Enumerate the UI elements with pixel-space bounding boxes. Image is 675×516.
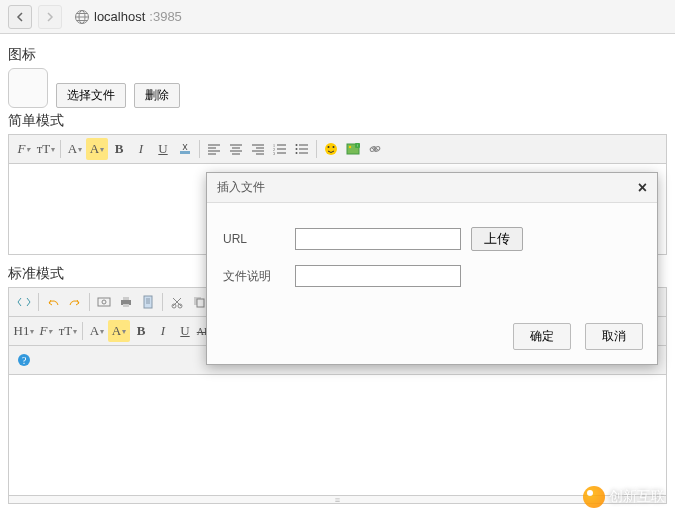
arrow-right-icon [45, 12, 55, 22]
cancel-button[interactable]: 取消 [585, 323, 643, 350]
desc-label: 文件说明 [223, 268, 295, 285]
italic-button[interactable]: I [152, 320, 174, 342]
forward-button[interactable] [38, 5, 62, 29]
underline-button[interactable]: U [174, 320, 196, 342]
watermark: 创新互联 [583, 486, 665, 508]
url-port: :3985 [149, 9, 182, 24]
align-left-button[interactable] [203, 138, 225, 160]
svg-point-6 [296, 144, 298, 146]
resize-handle[interactable]: ≡ [8, 496, 667, 504]
text-color-button[interactable]: A [64, 138, 86, 160]
print-button[interactable] [115, 291, 137, 313]
standard-editor-body[interactable] [9, 375, 666, 495]
separator [316, 140, 317, 158]
align-center-button[interactable] [225, 138, 247, 160]
svg-point-7 [296, 148, 298, 150]
font-size-button[interactable]: тT [57, 320, 79, 342]
close-icon[interactable]: × [638, 179, 647, 197]
desc-input[interactable] [295, 265, 461, 287]
url-field[interactable]: localhost:3985 [68, 6, 188, 28]
link-button[interactable] [364, 138, 386, 160]
highlight-button[interactable]: A [86, 138, 108, 160]
separator [82, 322, 83, 340]
delete-button[interactable]: 删除 [134, 83, 180, 108]
font-family-button[interactable]: F [13, 138, 35, 160]
heading-button[interactable]: H1 [13, 320, 35, 342]
svg-point-11 [333, 146, 335, 148]
font-size-button[interactable]: тT [35, 138, 57, 160]
browser-address-bar: localhost:3985 [0, 0, 675, 34]
undo-button[interactable] [42, 291, 64, 313]
preview-button[interactable] [93, 291, 115, 313]
svg-rect-21 [123, 297, 129, 300]
separator [89, 293, 90, 311]
svg-text:3: 3 [273, 151, 275, 155]
svg-text:+: + [356, 143, 359, 148]
bold-button[interactable]: B [130, 320, 152, 342]
icon-preview [8, 68, 48, 108]
image-button[interactable]: + [342, 138, 364, 160]
svg-rect-27 [197, 299, 204, 307]
icon-section-title: 图标 [8, 46, 667, 64]
ok-button[interactable]: 确定 [513, 323, 571, 350]
svg-point-10 [328, 146, 330, 148]
italic-button[interactable]: I [130, 138, 152, 160]
upload-button[interactable]: 上传 [471, 227, 523, 251]
svg-rect-22 [123, 304, 129, 307]
underline-button[interactable]: U [152, 138, 174, 160]
url-label: URL [223, 232, 295, 246]
watermark-text: 创新互联 [609, 488, 665, 506]
separator [38, 293, 39, 311]
svg-text:?: ? [22, 355, 27, 366]
insert-file-dialog: 插入文件 × URL 上传 文件说明 确定 取消 [206, 172, 658, 365]
unordered-list-button[interactable] [291, 138, 313, 160]
url-host: localhost [94, 9, 145, 24]
back-button[interactable] [8, 5, 32, 29]
svg-rect-23 [144, 296, 152, 308]
globe-icon [74, 9, 90, 25]
align-right-button[interactable] [247, 138, 269, 160]
svg-point-9 [325, 143, 337, 155]
svg-point-13 [349, 146, 351, 148]
separator [162, 293, 163, 311]
arrow-left-icon [15, 12, 25, 22]
simple-mode-title: 简单模式 [8, 112, 667, 130]
about-button[interactable]: ? [13, 349, 35, 371]
choose-file-button[interactable]: 选择文件 [56, 83, 126, 108]
separator [199, 140, 200, 158]
dialog-title: 插入文件 [217, 179, 265, 196]
source-button[interactable] [13, 291, 35, 313]
text-color-button[interactable]: A [86, 320, 108, 342]
remove-format-button[interactable] [174, 138, 196, 160]
ordered-list-button[interactable]: 123 [269, 138, 291, 160]
svg-point-8 [296, 152, 298, 154]
svg-rect-2 [180, 151, 190, 154]
svg-point-19 [102, 300, 106, 304]
highlight-button[interactable]: A [108, 320, 130, 342]
watermark-logo-icon [583, 486, 605, 508]
bold-button[interactable]: B [108, 138, 130, 160]
cut-button[interactable] [166, 291, 188, 313]
url-input[interactable] [295, 228, 461, 250]
simple-toolbar: F тT A A B I U 123 + [9, 135, 666, 164]
svg-rect-18 [98, 298, 110, 306]
font-family-button[interactable]: F [35, 320, 57, 342]
template-button[interactable] [137, 291, 159, 313]
emoji-button[interactable] [320, 138, 342, 160]
redo-button[interactable] [64, 291, 86, 313]
separator [60, 140, 61, 158]
